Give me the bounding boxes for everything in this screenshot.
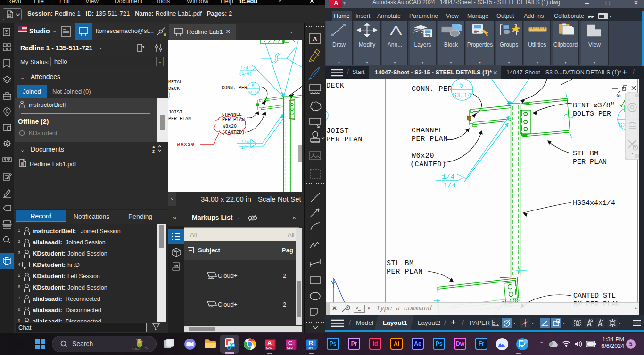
svg-text:CANTED STL: CANTED STL [573, 292, 616, 300]
svg-text:1/4: 1/4 [443, 182, 456, 190]
svg-text:HSS4x4x1/4: HSS4x4x1/4 [573, 199, 615, 207]
svg-text:Z: Z [152, 149, 155, 153]
svg-text:BOLTS PER: BOLTS PER [573, 110, 611, 118]
svg-text:3D: 3D [174, 250, 177, 252]
svg-text:DECK: DECK [168, 86, 180, 91]
svg-text:RVT: RVT [308, 347, 314, 349]
svg-text:(1/8): (1/8) [239, 72, 252, 76]
svg-text:R: R [309, 339, 314, 347]
svg-text:CONN. PER: CONN. PER [222, 85, 247, 90]
svg-text:JOIST: JOIST [168, 110, 182, 115]
svg-text:W8x20: W8x20 [223, 124, 237, 129]
svg-text:BENT ⌀3/8": BENT ⌀3/8" [573, 102, 615, 110]
svg-text:C3D: C3D [287, 347, 293, 349]
svg-text:A: A [313, 35, 318, 43]
svg-text:A: A [152, 145, 155, 149]
svg-text:5: 5 [252, 84, 254, 89]
svg-text:CHANNEL: CHANNEL [412, 127, 443, 135]
svg-text:STL BM: STL BM [387, 259, 414, 267]
svg-text:CONN. PER: CONN. PER [412, 85, 452, 93]
svg-text:PER PLAN: PER PLAN [387, 268, 423, 276]
svg-text:PER PLAN: PER PLAN [326, 136, 363, 144]
svg-text:W6X20: W6X20 [177, 142, 195, 147]
svg-text:S3.14: S3.14 [453, 92, 471, 99]
svg-text:PER PLAN: PER PLAN [412, 135, 448, 143]
svg-text:CAD: CAD [266, 347, 273, 349]
svg-text:W6x20: W6x20 [412, 152, 434, 160]
svg-text:DECK: DECK [326, 82, 344, 90]
svg-text:C: C [288, 339, 292, 347]
svg-text:A: A [389, 24, 402, 38]
svg-text:JS: JS [174, 265, 178, 268]
svg-text:(CANTED): (CANTED) [410, 161, 446, 169]
svg-text:JOIST: JOIST [326, 127, 349, 135]
svg-text:1/4: 1/4 [240, 66, 248, 71]
svg-text:1/4: 1/4 [241, 145, 248, 150]
svg-text:A: A [267, 339, 272, 347]
svg-text:STL BM: STL BM [573, 150, 598, 158]
svg-text:PER PLAN: PER PLAN [573, 158, 607, 166]
svg-text:METAL: METAL [168, 80, 182, 85]
svg-text:5": 5" [615, 90, 624, 99]
svg-text:S3.14: S3.14 [248, 90, 259, 94]
svg-text:PER PLAN: PER PLAN [168, 116, 191, 121]
svg-text:5: 5 [460, 82, 463, 89]
